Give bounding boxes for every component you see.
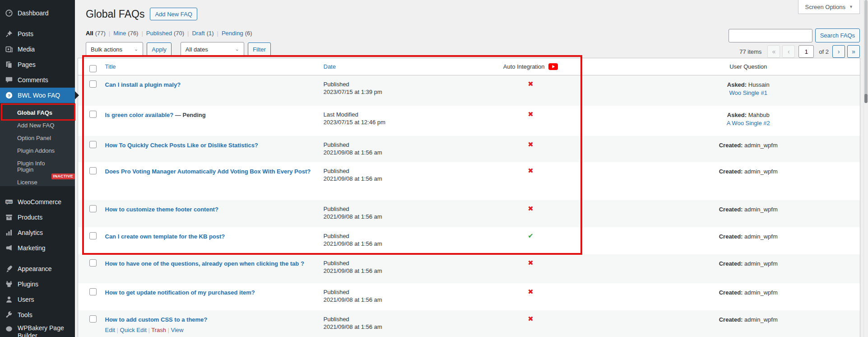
row-checkbox[interactable] [89,141,97,148]
filter-pending-link[interactable]: Pending [222,30,243,37]
help-question-icon: ? [5,91,14,100]
user-question-link[interactable]: A Woo Single #2 [727,119,770,127]
row-checkbox[interactable] [89,315,97,323]
sidebar-item-comments[interactable]: Comments [0,72,75,88]
sidebar-item-add-new-faq[interactable]: Add New FAQ [0,119,75,132]
wordpress-admin-screen: Dashboard Posts Media Pages Comments ? [0,0,868,337]
add-new-faq-button[interactable]: Add New FAQ [150,8,197,20]
table-row: How to have one of the questions, alread… [78,254,860,283]
row-date: 2021/09/08 at 1:56 am [324,296,470,304]
sidebar-item-pages[interactable]: Pages [0,57,75,72]
sidebar-item-appearance[interactable]: Appearance [0,261,75,276]
row-date: 2021/09/08 at 1:56 am [324,149,470,156]
search-input[interactable] [729,29,812,42]
faq-title-link[interactable]: How to have one of the questions, alread… [105,260,304,267]
sidebar-item-tools[interactable]: Tools [0,307,75,323]
row-checkbox[interactable] [89,259,97,267]
sidebar-item-products[interactable]: Products [0,210,75,225]
media-icon [5,45,14,54]
row-status: Published [324,289,470,296]
prev-page-button[interactable]: ‹ [782,45,795,58]
row-actions: Edit | Quick Edit | Trash | View [105,327,316,333]
faq-title-link[interactable]: How to customize theme footer content? [105,206,218,213]
user-question-link[interactable]: Woo Single #1 [729,89,767,97]
faq-title-link[interactable]: How to get update notification of my pur… [105,289,255,296]
row-status: Published [324,141,470,149]
sidebar-item-users[interactable]: Users [0,292,75,307]
row-checkbox[interactable] [89,288,97,295]
pagination: 77 items « ‹ of 2 › » [739,45,860,58]
table-row: Is green color available? — Pending Last… [78,106,860,136]
active-menu-arrow [75,91,79,99]
inactive-badge: INACTIVE [51,173,75,179]
edit-link[interactable]: Edit [105,327,115,333]
sidebar-item-dashboard[interactable]: Dashboard [0,5,75,21]
scrollbar-thumb[interactable] [864,0,868,102]
row-checkbox[interactable] [89,111,97,118]
column-header-auto-integration: Auto Integration [503,63,545,70]
trash-link[interactable]: Trash [151,327,166,333]
row-checkbox[interactable] [89,232,97,239]
scrollbar-thumb-end [864,94,868,103]
dates-filter-select[interactable]: All dates ⌄ [181,42,244,56]
filter-all-link[interactable]: All [86,30,93,37]
filter-draft-link[interactable]: Draft [192,30,204,37]
faq-title-link[interactable]: Can I install a plugin maly? [105,81,181,88]
status-filter-links: All(77) Mine(76) Published(70) Draft(1) … [86,30,252,37]
filter-mine-link[interactable]: Mine [113,30,126,37]
plug-icon [5,280,14,289]
faq-list-table: Title Date Auto Integration User Questio… [78,58,860,337]
faq-title-link[interactable]: Is green color available? [105,112,174,118]
apply-button[interactable]: Apply [147,42,172,56]
screen-options-button[interactable]: Screen Options ▼ [798,0,860,14]
row-date: 2021/09/08 at 1:56 am [324,323,470,331]
table-row: Can I create own template for the KB pos… [78,227,860,254]
faq-title-link[interactable]: How To Quickly Check Posts Like or Disli… [105,142,258,149]
sidebar-item-wpbakery[interactable]: WPBakery Page Builder [0,323,75,337]
faq-title-link[interactable]: Does Pro Voting Manager Automatically Ad… [105,168,311,175]
column-header-title[interactable]: Title [105,63,116,70]
wrench-icon [5,310,14,319]
sidebar-item-posts[interactable]: Posts [0,26,75,42]
sidebar-item-bwl-woo-faq[interactable]: ? BWL Woo FAQ [0,88,75,103]
column-header-date[interactable]: Date [324,63,336,70]
current-page-input[interactable] [798,45,814,58]
next-page-button[interactable]: › [832,45,845,58]
quick-edit-link[interactable]: Quick Edit [120,327,147,333]
sidebar-item-option-panel[interactable]: Option Panel [0,132,75,145]
faq-title-link[interactable]: How to add custom CSS to a theme? [105,316,208,323]
sidebar-item-media[interactable]: Media [0,42,75,57]
page-title: Global FAQs [86,7,144,21]
sidebar-item-plugin-addons[interactable]: Plugin Addons [0,145,75,157]
admin-menu: Dashboard Posts Media Pages Comments ? [0,0,75,103]
table-row: Can I install a plugin maly? Published20… [78,75,860,106]
row-checkbox[interactable] [89,80,97,88]
pages-icon [5,60,14,69]
sidebar-item-woocommerce[interactable]: Woo WooCommerce [0,194,75,210]
row-checkbox[interactable] [89,167,97,174]
table-row: How to add custom CSS to a theme? Edit |… [78,310,860,337]
last-page-button[interactable]: » [847,45,860,58]
row-status: Published [324,81,470,88]
dashboard-icon [5,9,14,18]
sidebar-item-plugins[interactable]: Plugins [0,276,75,292]
row-status: Published [324,316,470,323]
sidebar-item-plugin-license[interactable]: Plugin License INACTIVE [0,170,75,183]
integration-status-icon: ✖ [528,206,534,212]
row-checkbox[interactable] [89,205,97,212]
chevron-down-icon: ▼ [849,5,853,9]
bulk-actions-select[interactable]: Bulk actions ⌄ [86,42,143,56]
sidebar-item-marketing[interactable]: Marketing [0,240,75,256]
sidebar-item-analytics[interactable]: Analytics [0,225,75,240]
row-date: 2021/09/08 at 1:56 am [324,175,470,183]
sidebar-item-global-faqs[interactable]: Global FAQs [0,107,75,119]
faq-title-link[interactable]: Can I create own template for the KB pos… [105,233,225,240]
view-link[interactable]: View [171,327,184,333]
select-all-checkbox[interactable] [89,65,97,72]
megaphone-icon [5,243,14,253]
filter-button[interactable]: Filter [248,42,271,56]
post-state: — Pending [173,112,206,118]
filter-published-link[interactable]: Published [146,30,172,37]
first-page-button[interactable]: « [767,45,780,58]
search-faqs-button[interactable]: Search FAQs [815,28,860,42]
